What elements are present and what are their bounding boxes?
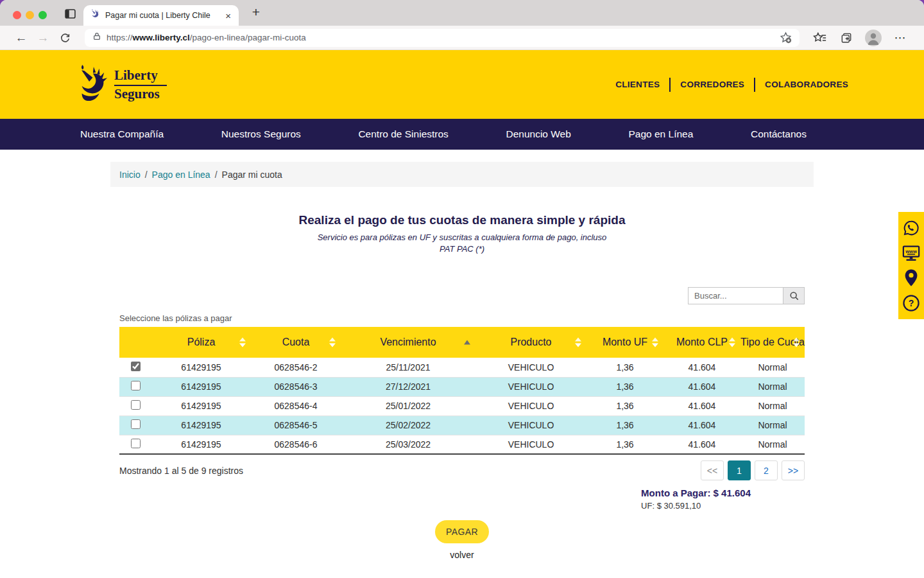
column-header-monto-uf[interactable]: Monto UF: [586, 327, 663, 358]
sort-icon[interactable]: [329, 338, 336, 347]
cell-monto-uf: 1,36: [586, 435, 663, 454]
pagination-last-button[interactable]: >>: [782, 460, 805, 480]
table-row: 61429195 0628546-5 25/02/2022 VEHICULO 1…: [119, 416, 805, 435]
cell-cuota: 0628546-2: [251, 358, 341, 377]
help-icon[interactable]: ?: [902, 294, 920, 312]
table-row: 61429195 0628546-3 27/12/2021 VEHICULO 1…: [119, 377, 805, 396]
sort-icon[interactable]: [652, 338, 658, 347]
lock-icon: [92, 31, 101, 44]
favicon-liberty-icon: [90, 9, 100, 22]
column-header-producto[interactable]: Producto: [475, 327, 586, 358]
collections-icon[interactable]: [833, 31, 860, 44]
location-pin-icon[interactable]: [903, 268, 919, 287]
sort-icon[interactable]: [793, 338, 800, 347]
nav-nuestros-seguros[interactable]: Nuestros Seguros: [221, 128, 301, 140]
cell-monto-clp: 41.604: [663, 377, 740, 396]
sort-asc-icon[interactable]: [464, 340, 470, 345]
sort-icon[interactable]: [575, 338, 581, 347]
row-checkbox[interactable]: [131, 381, 141, 390]
close-window-button[interactable]: [13, 11, 21, 19]
row-checkbox[interactable]: [131, 400, 141, 410]
close-tab-icon[interactable]: ×: [224, 11, 232, 21]
row-checkbox[interactable]: [131, 419, 141, 429]
pagar-button[interactable]: PAGAR: [435, 520, 489, 543]
cell-tipo: Normal: [740, 358, 805, 377]
table-row: 61429195 0628546-6 25/03/2022 VEHICULO 1…: [119, 435, 805, 454]
pagination-page-2[interactable]: 2: [755, 460, 778, 480]
browser-toolbar: ← → https://www.liberty.cl/pago-en-linea…: [0, 26, 924, 50]
cell-vencimiento: 25/03/2022: [341, 435, 475, 454]
search-icon: [789, 290, 800, 301]
payment-summary: Monto a Pagar: $ 41.604 UF: $ 30.591,10: [641, 487, 751, 511]
add-favorite-icon[interactable]: [780, 31, 792, 44]
reload-icon[interactable]: [54, 32, 76, 43]
page-intro: Realiza el pago de tus cuotas de manera …: [110, 213, 814, 255]
nav-nuestra-compania[interactable]: Nuestra Compañía: [80, 128, 164, 140]
website-monitor-icon[interactable]: www: [902, 244, 921, 262]
sort-icon[interactable]: [729, 338, 735, 347]
cell-vencimiento: 25/02/2022: [341, 416, 475, 435]
url-bar[interactable]: https://www.liberty.cl/pago-en-linea/pag…: [85, 29, 800, 47]
link-clientes[interactable]: CLIENTES: [615, 80, 660, 89]
traffic-lights: [13, 11, 47, 19]
liberty-logo[interactable]: Liberty Seguros: [74, 64, 167, 105]
pagination-page-1[interactable]: 1: [728, 460, 751, 480]
page-content: Inicio / Pago en Línea / Pagar mi cuota …: [0, 150, 924, 578]
nav-denuncio-web[interactable]: Denuncio Web: [506, 128, 570, 140]
cell-monto-uf: 1,36: [586, 377, 663, 396]
cell-poliza: 61429195: [151, 377, 251, 396]
forward-icon: →: [32, 31, 54, 45]
cell-producto: VEHICULO: [475, 377, 586, 396]
policies-table: Póliza Cuota Vencimiento Producto Monto …: [119, 327, 805, 455]
column-header-vencimiento[interactable]: Vencimiento: [341, 327, 475, 358]
cell-poliza: 61429195: [151, 435, 251, 454]
breadcrumb-separator: /: [145, 170, 148, 180]
divider: [669, 78, 671, 92]
cell-poliza: 61429195: [151, 416, 251, 435]
menu-ellipsis-icon[interactable]: ⋯: [887, 31, 914, 45]
link-colaboradores[interactable]: COLABORADORES: [765, 80, 848, 89]
column-header-cuota[interactable]: Cuota: [251, 327, 341, 358]
table-row: 61429195 0628546-4 25/01/2022 VEHICULO 1…: [119, 396, 805, 416]
svg-text:www: www: [905, 248, 917, 254]
nav-centro-siniestros[interactable]: Centro de Siniestros: [358, 128, 448, 140]
breadcrumb-current: Pagar mi cuota: [222, 170, 282, 180]
favorites-icon[interactable]: [806, 31, 833, 44]
back-icon[interactable]: ←: [10, 31, 32, 45]
link-corredores[interactable]: CORREDORES: [680, 80, 744, 89]
breadcrumb-pago-en-linea[interactable]: Pago en Línea: [152, 170, 210, 180]
uf-value: UF: $ 30.591,10: [641, 501, 751, 511]
sort-icon[interactable]: [239, 338, 246, 347]
volver-link[interactable]: volver: [110, 550, 814, 560]
new-tab-button[interactable]: +: [248, 4, 264, 20]
cell-tipo: Normal: [740, 416, 805, 435]
column-header-tipo-cuota[interactable]: Tipo de Cuota: [740, 327, 805, 358]
breadcrumb-inicio[interactable]: Inicio: [119, 170, 141, 180]
cell-poliza: 61429195: [151, 358, 251, 377]
table-search: [110, 287, 814, 304]
records-count: Mostrando 1 al 5 de 9 registros: [119, 466, 243, 476]
cell-cuota: 0628546-4: [251, 396, 341, 416]
row-checkbox[interactable]: [131, 362, 141, 371]
cell-tipo: Normal: [740, 396, 805, 416]
table-header-row: Póliza Cuota Vencimiento Producto Monto …: [119, 327, 805, 358]
pagination-first-button[interactable]: <<: [701, 460, 724, 480]
nav-contactanos[interactable]: Contáctanos: [751, 128, 807, 140]
minimize-window-button[interactable]: [26, 11, 34, 19]
profile-avatar[interactable]: [860, 30, 887, 46]
row-checkbox[interactable]: [131, 439, 141, 448]
search-button[interactable]: [783, 287, 805, 304]
cell-producto: VEHICULO: [475, 416, 586, 435]
browser-tab[interactable]: Pagar mi cuota | Liberty Chile ×: [83, 5, 239, 26]
tab-actions-icon[interactable]: [64, 7, 77, 23]
column-header-poliza[interactable]: Póliza: [151, 327, 251, 358]
breadcrumb: Inicio / Pago en Línea / Pagar mi cuota: [110, 162, 814, 187]
cell-tipo: Normal: [740, 377, 805, 396]
cell-vencimiento: 27/12/2021: [341, 377, 475, 396]
search-input[interactable]: [688, 287, 783, 304]
column-header-monto-clp[interactable]: Monto CLP: [663, 327, 740, 358]
nav-pago-en-linea[interactable]: Pago en Línea: [628, 128, 693, 140]
whatsapp-icon[interactable]: [902, 219, 920, 237]
divider: [754, 78, 755, 92]
zoom-window-button[interactable]: [38, 11, 47, 19]
